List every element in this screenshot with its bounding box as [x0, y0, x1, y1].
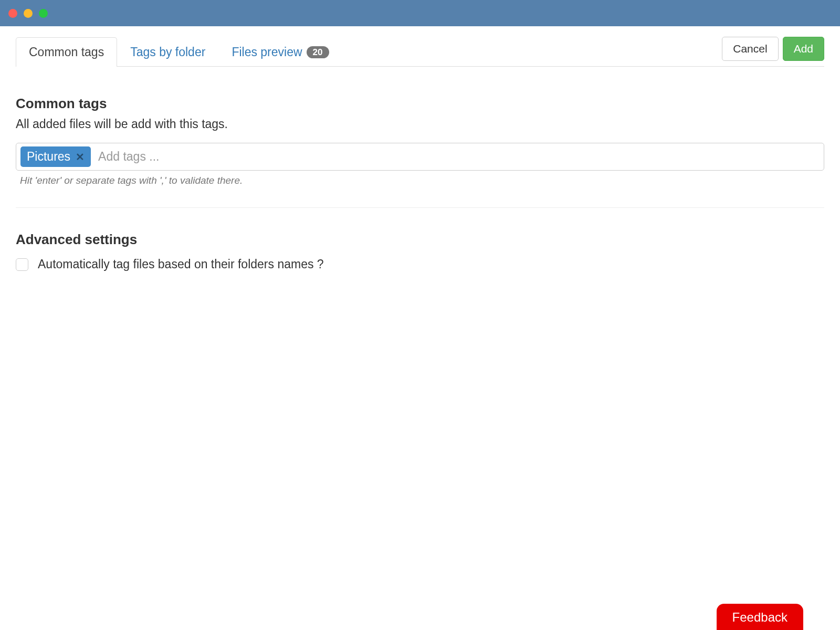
tab-tags-by-folder[interactable]: Tags by folder — [117, 37, 218, 67]
tab-common-tags[interactable]: Common tags — [16, 37, 117, 67]
window-titlebar — [0, 0, 840, 26]
window-zoom-icon[interactable] — [39, 9, 48, 18]
tab-files-preview[interactable]: Files preview 20 — [218, 37, 342, 67]
tag-chip: Pictures ✕ — [20, 146, 91, 167]
auto-tag-checkbox[interactable] — [16, 258, 28, 271]
tag-remove-icon[interactable]: ✕ — [76, 152, 85, 162]
common-tags-section: Common tags All added files will be add … — [16, 67, 824, 186]
common-tags-description: All added files will be add with this ta… — [16, 117, 824, 131]
feedback-button[interactable]: Feedback — [717, 604, 803, 630]
tabs-bar: Common tags Tags by folder Files preview… — [16, 26, 824, 67]
tags-hint: Hit 'enter' or separate tags with ',' to… — [16, 175, 824, 186]
auto-tag-label: Automatically tag files based on their f… — [38, 257, 324, 271]
tags-text-input[interactable] — [96, 146, 820, 167]
advanced-settings-section: Advanced settings Automatically tag file… — [16, 208, 824, 271]
advanced-settings-heading: Advanced settings — [16, 232, 824, 248]
files-preview-count-badge: 20 — [307, 46, 329, 58]
tab-files-preview-label: Files preview — [232, 45, 302, 59]
window-minimize-icon[interactable] — [24, 9, 33, 18]
tags-input-container[interactable]: Pictures ✕ — [16, 143, 824, 171]
common-tags-heading: Common tags — [16, 96, 824, 112]
window-close-icon[interactable] — [8, 9, 17, 18]
tag-chip-label: Pictures — [27, 150, 70, 164]
